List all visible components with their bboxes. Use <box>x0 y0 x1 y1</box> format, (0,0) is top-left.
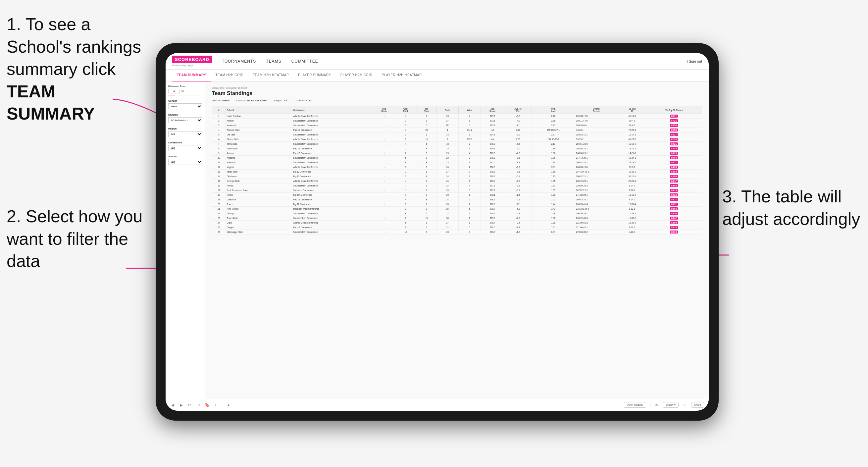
filter-min-input[interactable] <box>168 89 180 93</box>
table-cell: 88.18 <box>646 225 702 230</box>
table-cell: 3.01 <box>531 165 575 169</box>
filter-conference-select[interactable]: (All) <box>168 145 203 151</box>
clock-icon[interactable]: ● <box>226 403 231 407</box>
filter-region-select[interactable]: N/A <box>168 131 203 137</box>
table-cell: 262 88-17-0 <box>575 114 618 119</box>
table-cell: 22 <box>212 211 226 216</box>
view-original-btn[interactable]: View: Original <box>624 402 646 408</box>
table-cell: 80.23 <box>646 151 702 156</box>
filter-school-label: School <box>168 155 203 158</box>
table-cell: 23 <box>436 114 459 119</box>
copy-icon[interactable]: □ <box>683 403 687 407</box>
share-icon-left[interactable]: □ <box>196 403 201 407</box>
watch-btn[interactable]: Watch ▾ <box>663 402 679 408</box>
table-cell: 2 <box>459 174 481 179</box>
table-cell: 7 <box>459 202 481 207</box>
table-cell: 26 <box>416 128 436 132</box>
nav-tournaments[interactable]: TOURNAMENTS <box>222 57 256 65</box>
view-original-label: View: Original <box>627 403 643 406</box>
table-cell: 11-29-1 <box>618 211 646 216</box>
table-cell: 13-13-0 <box>618 193 646 197</box>
subnav-player-h2h-heatmap[interactable]: PLAYER H2H HEATMAP <box>377 69 426 82</box>
table-cell: - <box>373 156 395 160</box>
table-cell: 275.7 <box>459 137 481 142</box>
table-cell: 258 80-25-2 <box>575 184 618 188</box>
table-cell: 268 86-26-1 <box>575 151 618 156</box>
bookmark-icon[interactable]: 🔖 <box>205 403 209 407</box>
tablet: SCOREBOARD Powered by clippi TOURNAMENTS… <box>156 43 719 421</box>
table-cell: Auburn <box>225 119 292 123</box>
table-row: 3VanderbiltSoutheastern Conference-25271… <box>212 123 702 128</box>
table-cell: 2 <box>459 169 481 174</box>
col-vs-top25: Vs Top25 <box>618 106 646 114</box>
table-cell: California <box>225 197 292 202</box>
table-row: 25OregonPac-12 Conference-97210279.5-1.3… <box>212 225 702 230</box>
table-cell: Southeastern Conference <box>292 216 373 221</box>
table-cell: 280.7 <box>480 230 504 235</box>
nav-teams[interactable]: TEAMS <box>266 57 281 65</box>
plus-icon[interactable]: + <box>213 403 218 407</box>
table-cell: 24 <box>436 184 459 188</box>
table-cell: 5 <box>212 132 226 137</box>
subnav-player-summary[interactable]: PLAYER SUMMARY <box>293 69 336 82</box>
subnav-team-h2h-heatmap[interactable]: TEAM H2H HEATMAP <box>248 69 293 82</box>
table-cell: -5.0 <box>504 132 531 137</box>
table-cell: 8 <box>212 146 226 151</box>
table-cell: 2 <box>459 197 481 202</box>
table-cell: 18 <box>212 193 226 197</box>
table-cell: - <box>373 165 395 169</box>
col-conference: Conference <box>292 106 373 114</box>
table-cell: Arizona State <box>225 128 292 132</box>
filter-bar-division: Division: NCAA Division I <box>237 99 267 102</box>
table-cell: 279.2 <box>480 211 504 216</box>
table-cell: -3.5 <box>504 169 531 174</box>
table-cell: - <box>373 151 395 156</box>
table-cell: 264 95-29-2 <box>531 137 575 142</box>
table-cell: 3 <box>212 123 226 128</box>
table-cell: 2.11 <box>531 142 575 146</box>
subnav-player-h2h-grid[interactable]: PLAYER H2H GRID <box>336 69 377 82</box>
table-cell: 276.3 <box>480 146 504 151</box>
reload-icon[interactable]: ⟳ <box>187 403 192 407</box>
filter-school-select[interactable]: (All) <box>168 159 203 165</box>
table-cell: 271 <box>436 123 459 128</box>
table-cell: 269 59-41-4 <box>575 202 618 207</box>
filter-division-select[interactable]: NCAA Division I <box>168 117 203 123</box>
nav-signout[interactable]: | Sign out <box>687 59 702 63</box>
table-cell: 267 104-42-3 <box>575 169 618 174</box>
filter-gender-select[interactable]: Men's <box>168 103 203 109</box>
table-cell: 9 <box>416 207 436 211</box>
table-cell: 88.13 <box>646 230 702 235</box>
table-cell: 271 66-42-1 <box>575 225 618 230</box>
table-cell: 23 <box>436 230 459 235</box>
table-row: 14OklahomaBig 12 Conference-28242278.9-5… <box>212 174 702 179</box>
logo-text: SCOREBOARD <box>172 56 212 63</box>
table-row: 2AuburnSoutheastern Conference-19276273.… <box>212 119 702 123</box>
table-cell: 265 100-27-1 <box>531 128 575 132</box>
table-cell: 24 <box>436 188 459 193</box>
table-cell: 25 <box>436 207 459 211</box>
table-cell: 2 <box>212 119 226 123</box>
table-cell: -1.3 <box>504 225 531 230</box>
table-cell: 15 <box>212 179 226 184</box>
subnav-team-summary[interactable]: TEAM SUMMARY <box>172 69 211 82</box>
forward-icon[interactable]: ▶ <box>179 403 183 407</box>
back-icon[interactable]: ◀ <box>170 403 175 407</box>
subnav-team-h2h-grid[interactable]: TEAM H2H GRID <box>211 69 248 82</box>
main-content: Minimum Rou... 30 Gender Men's <box>165 82 709 399</box>
share-btn[interactable]: Share <box>691 402 704 408</box>
instruction-step1-text: 1. To see a School's rankings summary cl… <box>7 14 141 79</box>
table-cell: 1.28 <box>531 211 575 216</box>
table-cell: - <box>373 211 395 216</box>
table-cell: Texas <box>225 202 292 207</box>
table-cell: 276.3 <box>480 165 504 169</box>
table-cell: 217 72-30-1 <box>575 156 618 160</box>
table-cell: 6 <box>459 123 481 128</box>
col-avg-par: Avg. toPar <box>504 106 531 114</box>
nav-committee[interactable]: COMMITTEE <box>291 57 318 65</box>
table-cell: 278.1 <box>480 193 504 197</box>
table-cell: 83.47 <box>646 179 702 184</box>
table-cell: 267 87-21-2 <box>575 188 618 193</box>
table-cell: New Mexico <box>225 207 292 211</box>
filter-school: School (All) <box>168 155 203 165</box>
